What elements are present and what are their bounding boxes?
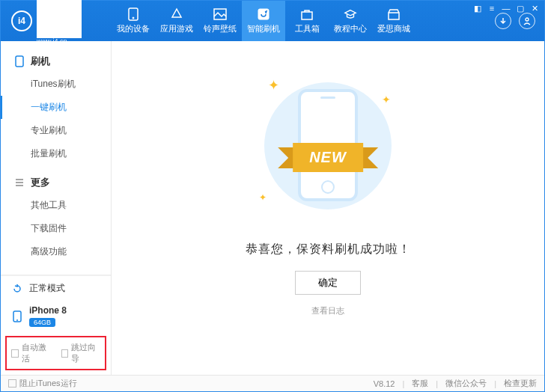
sidebar-heading-more: 更多 xyxy=(1,171,111,194)
apps-icon xyxy=(170,7,183,21)
maximize-button[interactable]: ▢ xyxy=(515,3,526,13)
nav-label: 爱思商城 xyxy=(377,23,410,34)
svg-point-1 xyxy=(133,17,134,19)
title-bar-controls: ◧ ≡ — ▢ ✕ xyxy=(472,3,540,13)
nav-tabs: 我的设备 应用游戏 铃声壁纸 智能刷机 工具箱 教程中心 xyxy=(112,1,495,41)
device-phone-icon xyxy=(11,310,23,322)
success-illustration: ✦ ✦ ✦ NEW xyxy=(246,71,410,221)
checkbox-icon xyxy=(61,349,69,358)
nav-label: 智能刷机 xyxy=(247,23,280,34)
sparkle-icon: ✦ xyxy=(259,192,267,203)
device-name: iPhone 8 xyxy=(29,305,67,316)
svg-rect-4 xyxy=(302,12,312,19)
svg-point-8 xyxy=(16,319,18,321)
sidebar: 刷机 iTunes刷机 一键刷机 专业刷机 批量刷机 更多 其他工具 下载固件 … xyxy=(1,41,112,375)
logo-icon: i4 xyxy=(11,10,32,31)
close-button[interactable]: ✕ xyxy=(529,3,540,13)
nav-label: 教程中心 xyxy=(334,23,367,34)
footer: 阻止iTunes运行 V8.12 | 客服 | 微信公众号 | 检查更新 xyxy=(1,375,544,391)
graduation-icon xyxy=(344,7,357,21)
sidebar-heading-flash: 刷机 xyxy=(1,50,111,73)
nav-label: 工具箱 xyxy=(295,23,320,34)
logo-area: i4 爱思助手 www.i4.cn xyxy=(1,1,112,41)
phone-outline-icon xyxy=(14,56,25,67)
mode-label: 正常模式 xyxy=(29,282,65,295)
sidebar-item-oneclick-flash[interactable]: 一键刷机 xyxy=(1,96,111,119)
checkbox-skip-guide[interactable]: 跳过向导 xyxy=(61,342,101,364)
nav-ringtones[interactable]: 铃声壁纸 xyxy=(198,1,242,41)
toolbox-icon xyxy=(300,7,314,21)
flash-icon xyxy=(257,7,270,21)
sidebar-item-pro-flash[interactable]: 专业刷机 xyxy=(1,119,111,142)
main-content: ✦ ✦ ✦ NEW 恭喜您，保资料刷机成功啦！ 确定 查看日志 xyxy=(112,41,544,375)
app-subtitle: www.i4.cn xyxy=(37,38,82,46)
nav-label: 铃声壁纸 xyxy=(204,23,237,34)
sparkle-icon: ✦ xyxy=(268,77,279,94)
device-row[interactable]: iPhone 8 64GB xyxy=(1,301,111,334)
options-highlight-box: 自动激活 跳过向导 xyxy=(5,336,106,370)
checkbox-icon xyxy=(8,379,16,388)
version-label: V8.12 xyxy=(374,379,395,388)
sidebar-item-other-tools[interactable]: 其他工具 xyxy=(1,194,111,217)
user-button[interactable] xyxy=(519,13,535,29)
app-name: 爱思助手 xyxy=(37,0,82,38)
menu-icon xyxy=(14,177,25,188)
nav-flash[interactable]: 智能刷机 xyxy=(242,1,285,41)
checkbox-auto-activate[interactable]: 自动激活 xyxy=(11,342,51,364)
nav-store[interactable]: 爱思商城 xyxy=(372,1,415,41)
success-message: 恭喜您，保资料刷机成功啦！ xyxy=(112,242,544,257)
checkbox-label: 自动激活 xyxy=(22,342,51,364)
mode-status-row[interactable]: 正常模式 xyxy=(1,275,111,301)
ok-button[interactable]: 确定 xyxy=(295,271,361,295)
checkbox-block-itunes[interactable]: 阻止iTunes运行 xyxy=(8,378,77,389)
sidebar-item-advanced[interactable]: 高级功能 xyxy=(1,240,111,263)
download-button[interactable] xyxy=(495,13,511,29)
view-log-link[interactable]: 查看日志 xyxy=(112,305,544,316)
svg-rect-6 xyxy=(16,56,23,67)
nav-my-device[interactable]: 我的设备 xyxy=(112,1,155,41)
skin-button[interactable]: ◧ xyxy=(472,3,483,13)
service-link[interactable]: 客服 xyxy=(412,378,428,389)
checkbox-label: 跳过向导 xyxy=(71,342,100,364)
sidebar-heading-label: 刷机 xyxy=(31,55,50,68)
store-icon xyxy=(387,7,401,21)
svg-point-5 xyxy=(526,18,529,21)
new-ribbon: NEW xyxy=(293,143,363,172)
nav-label: 应用游戏 xyxy=(160,23,193,34)
minimize-button[interactable]: — xyxy=(501,3,511,13)
phone-icon xyxy=(127,7,140,21)
sidebar-item-itunes-flash[interactable]: iTunes刷机 xyxy=(1,73,111,96)
update-link[interactable]: 检查更新 xyxy=(504,378,537,389)
nav-toolbox[interactable]: 工具箱 xyxy=(285,1,329,41)
refresh-icon xyxy=(11,283,23,295)
sidebar-item-batch-flash[interactable]: 批量刷机 xyxy=(1,142,111,165)
sidebar-heading-label: 更多 xyxy=(31,176,50,189)
sidebar-item-download-firmware[interactable]: 下载固件 xyxy=(1,217,111,240)
nav-tutorials[interactable]: 教程中心 xyxy=(329,1,372,41)
header: ◧ ≡ — ▢ ✕ i4 爱思助手 www.i4.cn 我的设备 应用游戏 xyxy=(1,1,544,41)
device-storage-badge: 64GB xyxy=(29,318,55,327)
nav-apps[interactable]: 应用游戏 xyxy=(155,1,198,41)
nav-label: 我的设备 xyxy=(117,23,150,34)
menu-button[interactable]: ≡ xyxy=(487,3,497,13)
sparkle-icon: ✦ xyxy=(382,94,391,105)
checkbox-icon xyxy=(11,349,19,358)
wechat-link[interactable]: 微信公众号 xyxy=(445,378,487,389)
image-icon xyxy=(213,7,227,21)
checkbox-label: 阻止iTunes运行 xyxy=(19,378,77,389)
